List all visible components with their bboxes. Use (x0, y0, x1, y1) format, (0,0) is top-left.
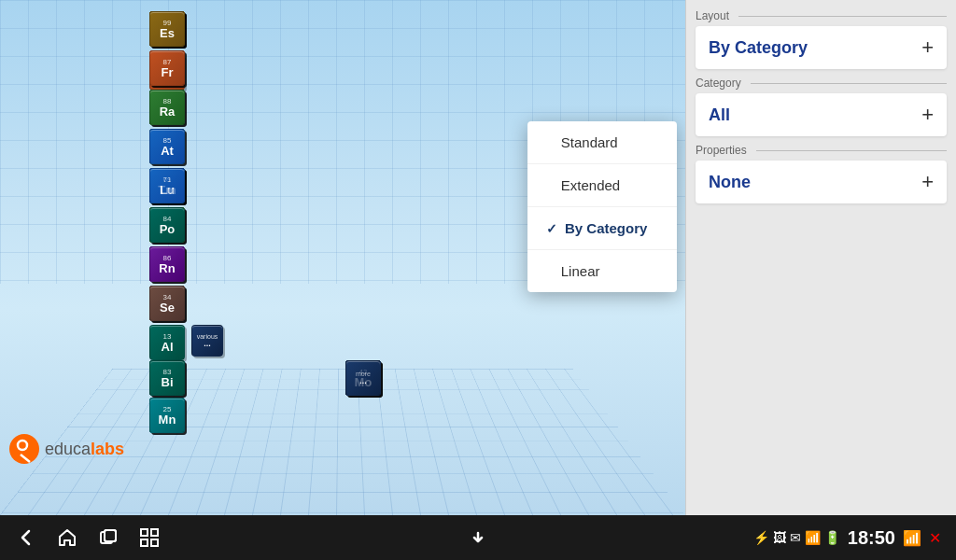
main-area: 89Ac 90Th 91Pa 92U 93Np 94Pu 95Am 96Cm 9… (0, 0, 956, 515)
element-Po[interactable]: 84Po (149, 207, 185, 243)
dropdown-item-extended[interactable]: Extended (527, 164, 677, 207)
element-At[interactable]: 85At (149, 129, 185, 164)
right-panel: Layout By Category + Category All + Prop… (685, 0, 956, 515)
element-r1[interactable]: various... (191, 325, 223, 357)
wifi-icon: 📶 (903, 529, 921, 547)
element-Ra[interactable]: 88Ra (149, 90, 185, 125)
properties-plus[interactable]: + (921, 170, 934, 194)
element-Rn[interactable]: 86Rn (149, 246, 185, 282)
category-section: Category All + (696, 77, 947, 136)
element-Bi[interactable]: 83Bi (149, 360, 185, 396)
element-Fr[interactable]: 87Fr (149, 50, 185, 86)
back-button[interactable] (15, 526, 37, 549)
category-value[interactable]: All + (696, 93, 947, 136)
photos-icon: 🖼 (773, 530, 786, 545)
battery-icon: 🔋 (824, 530, 840, 545)
battery-charging-icon: ✕ (929, 529, 941, 547)
screenshot-button[interactable] (138, 526, 161, 549)
element-Se[interactable]: 34Se (149, 286, 185, 321)
taskbar: ⚡ 🖼 ✉ 📶 🔋 18:50 📶 ✕ (0, 515, 956, 560)
category-label: Category (696, 77, 947, 90)
element-Es[interactable]: 99Es (149, 11, 185, 47)
layout-label: Layout (696, 9, 947, 22)
layout-value[interactable]: By Category + (696, 26, 947, 69)
time-display: 18:50 (848, 527, 895, 549)
element-Al[interactable]: 13Al (149, 325, 185, 360)
properties-section: Properties None + (696, 144, 947, 203)
app: 89Ac 90Th 91Pa 92U 93Np 94Pu 95Am 96Cm 9… (0, 0, 956, 560)
recents-button[interactable] (97, 526, 120, 549)
logo-icon (9, 434, 39, 464)
svg-rect-7 (151, 529, 158, 536)
mail-icon: ✉ (790, 530, 801, 545)
element-Tc[interactable]: more... (345, 360, 381, 396)
home-button[interactable] (56, 526, 78, 549)
properties-value[interactable]: None + (696, 161, 947, 203)
logo-area: educalabs (9, 434, 124, 464)
layout-plus[interactable]: + (921, 35, 934, 60)
taskbar-center (467, 526, 489, 549)
taskbar-right: ⚡ 🖼 ✉ 📶 🔋 18:50 📶 ✕ (753, 527, 941, 549)
taskbar-left (15, 526, 161, 549)
svg-rect-9 (151, 539, 158, 546)
dropdown-item-standard[interactable]: Standard (527, 121, 677, 164)
dropdown-item-by-category[interactable]: ✓ By Category (527, 207, 677, 250)
layout-section: Layout By Category + (696, 9, 947, 69)
dropdown-item-linear[interactable]: Linear (527, 250, 677, 292)
signal-icon: 📶 (805, 530, 821, 545)
svg-rect-8 (141, 539, 148, 546)
layout-dropdown: Standard Extended ✓ By Category Linear (527, 121, 677, 292)
minimize-button[interactable] (467, 526, 489, 549)
usb-icon: ⚡ (753, 530, 769, 545)
status-icons: ⚡ 🖼 ✉ 📶 🔋 (753, 530, 840, 545)
properties-label: Properties (696, 144, 947, 157)
logo-text: educalabs (45, 440, 124, 459)
svg-rect-4 (105, 530, 116, 541)
svg-rect-6 (141, 529, 148, 536)
element-Mn[interactable]: 25Mn (149, 398, 185, 433)
category-plus[interactable]: + (921, 103, 934, 127)
element-Lu[interactable]: 71Lu (149, 168, 185, 203)
canvas-area: 89Ac 90Th 91Pa 92U 93Np 94Pu 95Am 96Cm 9… (0, 0, 685, 515)
